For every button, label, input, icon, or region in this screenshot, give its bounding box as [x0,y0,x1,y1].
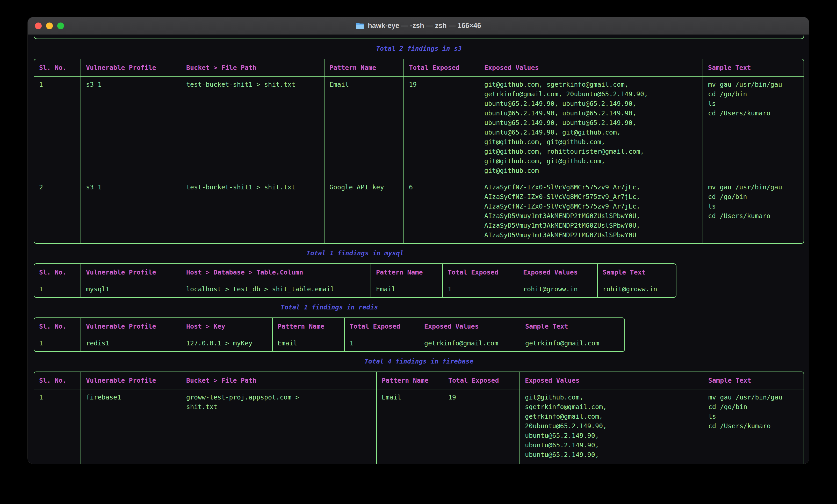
column-header: Pattern Name [272,318,344,335]
previous-table-bottom-border [34,35,804,39]
table-cell: mv gau /usr/bin/gau cd /go/bin ls cd /Us… [703,389,804,464]
table-cell: AIzaSyCfNZ-IZx0-SlVcVg8MCr575zv9_Ar7jLc,… [479,179,703,243]
header-row: Sl. No.Vulnerable ProfileBucket > File P… [34,372,804,389]
table-cell: 1 [34,281,81,297]
table-cell: 2 [34,179,81,243]
terminal-content[interactable]: Total 2 findings in s3Sl. No.Vulnerable … [28,35,809,464]
table-firebase: Sl. No.Vulnerable ProfileBucket > File P… [34,372,804,464]
column-header: Vulnerable Profile [81,318,181,335]
column-header: Pattern Name [371,264,443,281]
column-header: Bucket > File Path [181,59,324,76]
minimize-button[interactable] [46,22,53,29]
column-header: Sl. No. [34,264,81,281]
table-row: 2s3_1test-bucket-shit1 > shit.txtGoogle … [34,179,804,243]
table-cell: s3_1 [81,76,181,179]
table-cell: Google API key [324,179,404,243]
terminal-window: hawk-eye — -zsh — zsh — 166×46 Total 2 f… [28,17,809,464]
column-header: Sample Text [703,372,804,389]
table-cell: rohit@groww.in [518,281,598,297]
folder-icon [356,22,364,30]
findings-table-firebase: Sl. No.Vulnerable ProfileBucket > File P… [34,372,804,464]
traffic-lights [35,22,64,29]
table-cell: firebase1 [81,389,181,464]
table-row: 1mysql1localhost > test_db > shit_table.… [34,281,676,297]
column-header: Total Exposed [443,264,518,281]
findings-table-redis: Sl. No.Vulnerable ProfileHost > KeyPatte… [34,317,625,352]
column-header: Sl. No. [34,318,81,335]
findings-section-s3: Total 2 findings in s3Sl. No.Vulnerable … [34,44,804,244]
table-cell: Email [324,76,404,179]
table-cell: rohit@groww.in [598,281,676,297]
zoom-button[interactable] [57,22,64,29]
findings-sections: Total 2 findings in s3Sl. No.Vulnerable … [34,44,803,464]
table-cell: git@github.com, sgetrkinfo@gmail.com, ge… [520,389,703,464]
table-cell: 1 [443,281,518,297]
table-cell: 1 [34,335,81,351]
table-cell: getrkinfo@gmail.com [520,335,625,351]
table-cell: groww-test-proj.appspot.com > shit.txt [181,389,376,464]
table-redis: Sl. No.Vulnerable ProfileHost > KeyPatte… [34,318,625,351]
column-header: Sample Text [598,264,676,281]
section-title-mysql: Total 1 findings in mysql [34,248,676,258]
table-cell: Email [371,281,443,297]
table-cell: localhost > test_db > shit_table.email [181,281,371,297]
table-cell: 127.0.0.1 > myKey [181,335,272,351]
table-row: 1s3_1test-bucket-shit1 > shit.txtEmail19… [34,76,804,179]
table-cell: Email [272,335,344,351]
column-header: Vulnerable Profile [81,59,181,76]
window-titlebar[interactable]: hawk-eye — -zsh — zsh — 166×46 [28,17,809,35]
window-title: hawk-eye — -zsh — zsh — 166×46 [368,22,481,30]
column-header: Total Exposed [443,372,520,389]
findings-section-redis: Total 1 findings in redisSl. No.Vulnerab… [34,302,625,352]
table-cell: 19 [404,76,479,179]
table-cell: test-bucket-shit1 > shit.txt [181,76,324,179]
findings-section-mysql: Total 1 findings in mysqlSl. No.Vulnerab… [34,248,676,298]
table-cell: 1 [34,389,81,464]
table-row: 1redis1127.0.0.1 > myKeyEmail1getrkinfo@… [34,335,625,351]
findings-table-s3: Sl. No.Vulnerable ProfileBucket > File P… [34,59,804,244]
column-header: Sl. No. [34,372,81,389]
table-cell: mv gau /usr/bin/gau cd /go/bin ls cd /Us… [703,76,804,179]
table-cell: 19 [443,389,520,464]
column-header: Total Exposed [344,318,419,335]
header-row: Sl. No.Vulnerable ProfileHost > KeyPatte… [34,318,625,335]
column-header: Vulnerable Profile [81,372,181,389]
column-header: Host > Key [181,318,272,335]
column-header: Sample Text [703,59,804,76]
column-header: Vulnerable Profile [81,264,181,281]
table-cell: s3_1 [81,179,181,243]
findings-table-mysql: Sl. No.Vulnerable ProfileHost > Database… [34,263,676,298]
table-mysql: Sl. No.Vulnerable ProfileHost > Database… [34,264,676,297]
window-title-area: hawk-eye — -zsh — zsh — 166×46 [28,22,809,30]
column-header: Host > Database > Table.Column [181,264,371,281]
column-header: Sample Text [520,318,625,335]
section-title-s3: Total 2 findings in s3 [34,44,804,53]
table-s3: Sl. No.Vulnerable ProfileBucket > File P… [34,59,804,243]
section-title-redis: Total 1 findings in redis [34,302,625,312]
table-cell: test-bucket-shit1 > shit.txt [181,179,324,243]
table-cell: redis1 [81,335,181,351]
table-cell: Email [376,389,443,464]
column-header: Exposed Values [518,264,598,281]
column-header: Pattern Name [324,59,404,76]
table-cell: mysql1 [81,281,181,297]
findings-section-firebase: Total 4 findings in firebaseSl. No.Vulne… [34,356,804,464]
header-row: Sl. No.Vulnerable ProfileHost > Database… [34,264,676,281]
column-header: Exposed Values [520,372,703,389]
column-header: Total Exposed [404,59,479,76]
table-cell: 1 [34,76,81,179]
table-cell: git@github.com, sgetrkinfo@gmail.com, ge… [479,76,703,179]
table-cell: 6 [404,179,479,243]
section-title-firebase: Total 4 findings in firebase [34,356,804,366]
table-cell: getrkinfo@gmail.com [419,335,520,351]
column-header: Exposed Values [419,318,520,335]
table-cell: 1 [344,335,419,351]
column-header: Sl. No. [34,59,81,76]
column-header: Exposed Values [479,59,703,76]
header-row: Sl. No.Vulnerable ProfileBucket > File P… [34,59,804,76]
close-button[interactable] [35,22,42,29]
table-cell: mv gau /usr/bin/gau cd /go/bin ls cd /Us… [703,179,804,243]
column-header: Bucket > File Path [181,372,376,389]
column-header: Pattern Name [376,372,443,389]
table-row: 1firebase1groww-test-proj.appspot.com > … [34,389,804,464]
